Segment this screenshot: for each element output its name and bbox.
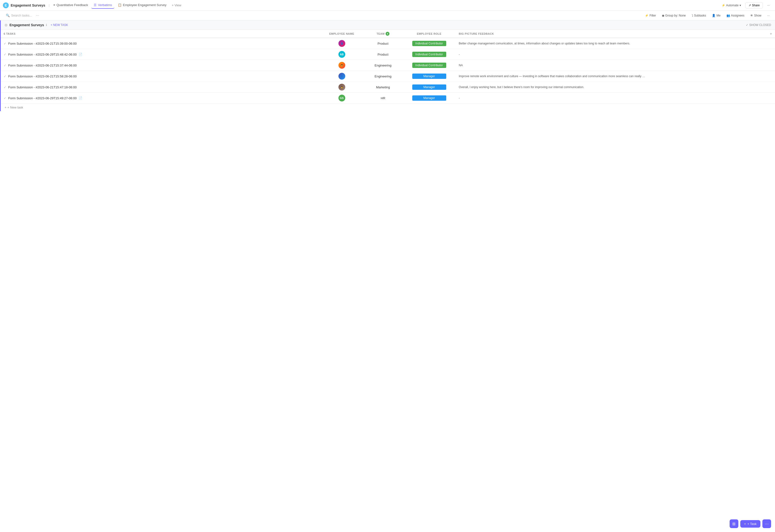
show-closed-button[interactable]: ✓ SHOW CLOSED: [746, 23, 771, 27]
task-check-icon: ✓: [4, 64, 6, 67]
avatar-3: 🧑: [338, 62, 345, 69]
th-employee-name: EMPLOYEE NAME: [320, 30, 364, 38]
employee-name-header: EMPLOYEE NAME: [329, 32, 354, 35]
automate-chevron-icon: ▾: [740, 4, 741, 7]
avatar-2: AB: [338, 51, 345, 58]
topnav-right-actions: ⚡ Automate ▾ ↗ Share ···: [719, 2, 772, 8]
role-badge-3: Individual Contributor: [412, 63, 446, 68]
task-count-label: 6 TASKS: [4, 32, 16, 35]
feedback-cell-5: Overall, I enjoy working here, but I bel…: [456, 83, 775, 91]
search-placeholder: Search tasks...: [11, 14, 32, 17]
group-by-button[interactable]: ◉ Group by: None: [660, 13, 687, 18]
more-dots-icon: ···: [767, 4, 770, 7]
tasks-table: 6 TASKS EMPLOYEE NAME TEAM 4 EMPLOYEE RO…: [1, 30, 775, 111]
task-check-icon: ✓: [4, 75, 6, 78]
verbatims-tab-icon: ☰: [94, 3, 97, 7]
app-logo: E: [3, 2, 9, 8]
role-cell-2: Individual Contributor: [403, 50, 456, 59]
role-cell-5: Manager: [403, 83, 456, 92]
show-label: Show: [754, 14, 761, 17]
team-value-5: Marketing: [376, 85, 390, 89]
toolbar-overflow-button[interactable]: ···: [766, 13, 771, 18]
task-check-icon: ✓: [4, 96, 6, 100]
new-task-row: + + New task: [1, 104, 775, 111]
team-value-4: Engineering: [374, 75, 392, 78]
role-badge-1: Individual Contributor: [412, 41, 446, 46]
app-title: Engagement Surveys: [11, 3, 45, 7]
new-task-header-button[interactable]: + NEW TASK: [49, 23, 69, 27]
share-label: Share: [752, 4, 760, 7]
toolbar-more-button[interactable]: ···: [36, 13, 39, 18]
tab-employee-engagement-survey[interactable]: 📋 Employee Engagement Survey: [115, 2, 169, 9]
task-cell-2[interactable]: ✓ Form Submission - #2023-06-29T15:48:42…: [1, 51, 320, 58]
role-cell-6: Manager: [403, 93, 456, 103]
task-name-6: Form Submission - #2023-06-29T15:49:27-0…: [8, 96, 77, 100]
tab-verbatims[interactable]: ☰ Verbatims: [91, 2, 114, 9]
share-icon: ↗: [749, 4, 751, 7]
me-icon: 👤: [712, 14, 716, 17]
doc-icon: 📄: [79, 96, 82, 100]
show-closed-label: SHOW CLOSED: [749, 23, 771, 27]
role-badge-4: Manager: [412, 74, 446, 79]
task-check-icon: ✓: [4, 53, 6, 56]
automate-button[interactable]: ⚡ Automate ▾: [719, 2, 743, 8]
task-name-3: Form Submission - #2023-06-21T15:37:44-0…: [8, 64, 77, 67]
task-cell-4[interactable]: ✓ Form Submission - #2023-06-21T15:58:28…: [1, 73, 320, 80]
search-input[interactable]: 🔍 Search tasks...: [4, 13, 34, 18]
task-name-1: Form Submission - #2023-06-21T15:39:00-0…: [8, 42, 77, 45]
tab-quantitative-feedback[interactable]: ≡ Quantitative Feedback: [51, 2, 91, 9]
task-cell-1[interactable]: ✓ Form Submission - #2023-06-21T15:39:00…: [1, 40, 320, 47]
assignees-button[interactable]: 👥 Assignees: [725, 13, 746, 18]
top-navigation: E Engagement Surveys | ≡ Quantitative Fe…: [0, 0, 775, 11]
employee-cell-2: AB: [320, 49, 364, 60]
add-column-button[interactable]: +: [770, 32, 772, 36]
me-label: Me: [717, 14, 721, 17]
subtasks-icon: ⤵: [692, 14, 693, 17]
subtasks-button[interactable]: ⤵ Subtasks: [690, 13, 708, 18]
role-badge-6: Manager: [412, 95, 446, 101]
me-button[interactable]: 👤 Me: [710, 13, 722, 18]
employee-cell-4: 👤: [320, 71, 364, 82]
team-cell-4: Engineering: [364, 73, 403, 80]
th-big-picture-feedback: BIG PICTURE FEEDBACK +: [456, 30, 775, 38]
new-task-plus-icon: +: [5, 106, 7, 109]
role-badge-5: Manager: [412, 84, 446, 90]
role-badge-2: Individual Contributor: [412, 52, 446, 57]
checkmark-icon: ✓: [746, 23, 748, 27]
group-collapse-button[interactable]: ⊙: [5, 23, 8, 27]
feedback-cell-4: Improve remote work environment and cult…: [456, 72, 775, 80]
th-tasks: 6 TASKS: [1, 30, 320, 38]
team-count-badge: 4: [385, 32, 390, 36]
new-task-button[interactable]: + + New task: [5, 106, 771, 109]
task-cell-3[interactable]: ✓ Form Submission - #2023-06-21T15:37:44…: [1, 62, 320, 69]
table-row: ✓ Form Submission - #2023-06-29T15:49:27…: [1, 93, 775, 104]
table-row: ✓ Form Submission - #2023-06-21T15:58:28…: [1, 71, 775, 82]
table-row: ✓ Form Submission - #2023-06-29T15:48:42…: [1, 49, 775, 60]
avatar-5: 👩: [338, 84, 345, 91]
group-by-label: Group by: None: [665, 14, 686, 17]
subtasks-label: Subtasks: [694, 14, 706, 17]
show-button[interactable]: 👁 Show: [749, 13, 763, 18]
table-header: 6 TASKS EMPLOYEE NAME TEAM 4 EMPLOYEE RO…: [1, 30, 775, 38]
quantitative-tab-label: Quantitative Feedback: [56, 3, 88, 7]
table-row: ✓ Form Submission - #2023-06-21T15:37:44…: [1, 60, 775, 71]
task-cell-5[interactable]: ✓ Form Submission - #2023-06-21T15:47:18…: [1, 83, 320, 91]
overflow-dots-icon: ···: [767, 14, 770, 17]
automate-label: Automate: [726, 4, 739, 7]
task-cell-6[interactable]: ✓ Form Submission - #2023-06-29T15:49:27…: [1, 94, 320, 102]
show-icon: 👁: [750, 14, 753, 17]
topnav-more-button[interactable]: ···: [765, 2, 772, 8]
add-view-button[interactable]: + View: [170, 2, 183, 8]
team-cell-2: Product: [364, 51, 403, 58]
group-header: ⊙ Engagement Surveys ℹ + NEW TASK ✓ SHOW…: [1, 20, 775, 30]
toolbar: 🔍 Search tasks... ··· ⚡ Filter ◉ Group b…: [0, 11, 775, 20]
table-row: ✓ Form Submission - #2023-06-21T15:39:00…: [1, 38, 775, 49]
new-task-label: + New task: [8, 106, 23, 109]
feedback-cell-3: NA: [456, 61, 775, 69]
avatar-4: 👤: [338, 73, 345, 80]
group-info-icon[interactable]: ℹ: [46, 23, 47, 27]
team-value-1: Product: [377, 42, 389, 45]
group-title: Engagement Surveys: [9, 23, 44, 27]
filter-button[interactable]: ⚡ Filter: [643, 13, 658, 18]
share-button[interactable]: ↗ Share: [745, 2, 763, 8]
